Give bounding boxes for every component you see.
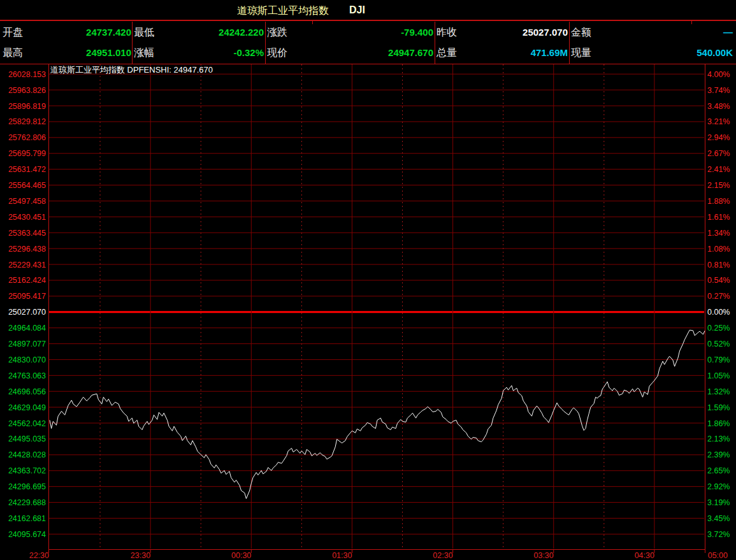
time-axis-label: 01:30 (332, 551, 352, 560)
percent-axis-label: 1.61% (707, 213, 730, 222)
price-axis-label: 24095.674 (8, 530, 46, 539)
price-axis-label: 25162.424 (8, 276, 46, 285)
separator-notch (691, 20, 692, 24)
price-axis-label: 24428.028 (8, 450, 46, 459)
percent-axis-label: 1.32% (707, 387, 730, 396)
time-axis-label: 03:30 (533, 551, 553, 560)
percent-axis-label: 0.27% (707, 292, 730, 301)
price-axis-label: 25095.417 (8, 292, 46, 301)
info-column-separator (132, 22, 133, 64)
percent-axis-label: 3.19% (707, 498, 730, 507)
label-current-volume: 现量 (571, 46, 591, 60)
time-axis-label: 23:30 (131, 551, 150, 560)
price-axis-label: 24897.077 (8, 340, 46, 348)
price-axis-label: 25829.812 (8, 117, 46, 126)
chart-overlay-label: 道琼斯工业平均指数 DPFENSHI: 24947.670 (50, 64, 213, 76)
value-amount: — (723, 25, 733, 39)
percent-axis-label: 2.65% (707, 466, 730, 475)
value-current-volume: 540.00K (696, 46, 733, 60)
price-axis-label: 25363.445 (8, 229, 46, 238)
percent-axis-label: 2.41% (707, 165, 730, 174)
price-axis-label: 24363.702 (8, 466, 46, 475)
price-line (50, 330, 705, 499)
info-column-separator (569, 22, 570, 64)
time-axis-label: 04:30 (635, 551, 654, 560)
price-axis-label: 26028.153 (8, 70, 46, 79)
price-axis-label: 24495.035 (8, 434, 46, 443)
separator-notch (312, 20, 313, 24)
percent-axis-label: 2.15% (707, 181, 730, 190)
percent-axis-label: 1.34% (707, 229, 730, 238)
percent-axis-label: 0.81% (707, 261, 730, 269)
percent-axis-label: 0.25% (707, 324, 730, 333)
percent-axis-label: 0.54% (707, 276, 730, 285)
percent-axis-label: 2.92% (707, 482, 730, 491)
value-volume: 471.69M (531, 46, 568, 60)
value-open: 24737.420 (86, 25, 131, 39)
time-axis-label: 05:00 (708, 551, 728, 560)
percent-axis-label: 0.00% (707, 308, 730, 317)
label-prev-close: 昨收 (437, 25, 457, 39)
value-last-price: 24947.670 (388, 46, 433, 60)
quote-info-bar: 开盘24737.420最低24242.220涨跌-79.400昨收25027.0… (0, 21, 736, 64)
label-amount: 金额 (571, 25, 591, 39)
percent-axis-label: 1.08% (707, 245, 730, 254)
price-axis-label: 24229.688 (8, 498, 46, 507)
percent-axis-label: 0.52% (707, 340, 730, 348)
price-axis-label: 25896.819 (8, 102, 46, 111)
percent-axis-label: 1.86% (707, 419, 730, 428)
price-axis-label: 24296.695 (8, 482, 46, 491)
value-change: -79.400 (401, 25, 433, 39)
time-axis-label: 00:30 (231, 551, 251, 560)
info-column-separator (435, 22, 435, 64)
percent-axis-label: 2.13% (707, 434, 730, 443)
label-low: 最低 (134, 25, 154, 39)
percent-axis-label: 2.39% (707, 450, 730, 459)
time-axis-label: 02:30 (433, 551, 452, 560)
index-title: 道琼斯工业平均指数 (237, 4, 329, 18)
intraday-chart[interactable]: 26028.15325963.82625896.81925829.8122576… (0, 64, 736, 560)
info-column-separator (265, 22, 266, 64)
price-axis-label: 25296.438 (8, 245, 46, 254)
price-axis-label: 25963.826 (8, 86, 46, 95)
price-axis-label: 24763.063 (8, 371, 46, 380)
percent-axis-label: 3.48% (707, 102, 730, 111)
price-axis-label: 24629.049 (8, 403, 46, 412)
value-low: 24242.220 (219, 25, 264, 39)
label-high: 最高 (3, 46, 23, 60)
price-axis-label: 24964.084 (8, 324, 46, 333)
percent-axis-label: 1.59% (707, 403, 730, 412)
value-high: 24951.010 (86, 46, 131, 60)
price-axis-label: 25695.799 (8, 149, 46, 158)
percent-axis-label: 3.72% (707, 530, 730, 539)
price-axis-label: 25430.451 (8, 213, 46, 222)
label-change: 涨跌 (267, 25, 287, 39)
price-axis-label: 25631.472 (8, 165, 46, 174)
percent-axis-label: 2.94% (707, 133, 730, 142)
price-axis-label: 24562.042 (8, 419, 46, 428)
label-last-price: 现价 (267, 46, 287, 60)
title-bar: 道琼斯工业平均指数 DJI (0, 0, 736, 20)
price-axis-label: 25229.431 (8, 261, 46, 269)
price-axis-label: 25564.465 (8, 181, 46, 190)
index-code: DJI (349, 4, 365, 16)
percent-axis-label: 3.45% (707, 514, 730, 523)
price-axis-label: 25027.070 (8, 308, 46, 317)
value-change-percent: -0.32% (233, 46, 264, 60)
percent-axis-label: 3.21% (707, 117, 730, 126)
price-axis-label: 24696.056 (8, 387, 46, 396)
percent-axis-label: 2.67% (707, 149, 730, 158)
price-axis-label: 24830.070 (8, 355, 46, 364)
label-change-percent: 涨幅 (134, 46, 154, 60)
percent-axis-label: 0.79% (707, 355, 730, 364)
percent-axis-label: 4.00% (707, 70, 730, 79)
label-open: 开盘 (3, 25, 23, 39)
price-axis-label: 25762.806 (8, 133, 46, 142)
price-axis-label: 24162.681 (8, 514, 46, 523)
percent-axis-label: 1.05% (707, 371, 730, 380)
price-axis-label: 25497.458 (8, 197, 46, 206)
label-volume: 总量 (437, 46, 457, 60)
value-prev-close: 25027.070 (523, 25, 568, 39)
percent-axis-label: 3.74% (707, 86, 730, 95)
percent-axis-label: 1.88% (707, 197, 730, 206)
